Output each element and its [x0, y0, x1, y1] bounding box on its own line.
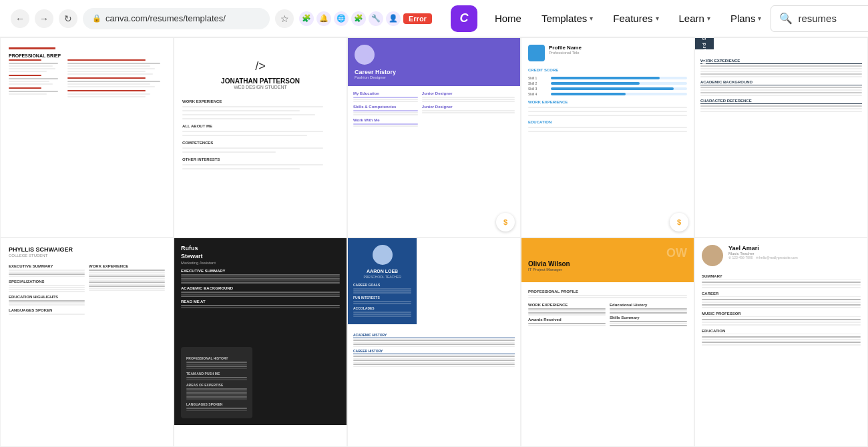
- logo-text: C: [459, 11, 468, 25]
- template-card[interactable]: /> JONATHAN PATTERSON WEB DESIGN STUDENT…: [174, 37, 347, 238]
- template-card[interactable]: Yael Amari Music Teacher ✆ 123-456-7890 …: [694, 238, 868, 448]
- forward-button[interactable]: →: [35, 9, 53, 28]
- search-icon: 🔍: [779, 12, 793, 25]
- extension-icons: 🧩 🔔 🌐 🧩 🔧 👤 Error: [299, 11, 432, 26]
- template-card[interactable]: Rufus Stewart Marketing Assistant EXECUT…: [174, 238, 347, 448]
- template-grid: PROFESSIONAL BRIEF: [0, 37, 868, 447]
- ext-icon-3: 🌐: [334, 11, 349, 26]
- home-label: Home: [495, 13, 521, 24]
- ext-icon-6: 👤: [386, 11, 401, 26]
- browser-controls: ← → ↻ 🔒 canva.com/resumes/templates/ ☆: [11, 8, 294, 29]
- template-card[interactable]: PROFESSIONAL BRIEF: [0, 37, 174, 238]
- ext-icon-1: 🧩: [299, 11, 314, 26]
- template-card[interactable]: AARON LOEB PRESCHOOL TEACHER CAREER GOAL…: [347, 238, 521, 448]
- features-chevron-icon: ▾: [656, 15, 659, 22]
- search-bar[interactable]: 🔍 ✕: [771, 5, 868, 32]
- navigation: ← → ↻ 🔒 canva.com/resumes/templates/ ☆ 🧩…: [0, 0, 868, 37]
- template-card[interactable]: Career History Fashion Designer My Educa…: [347, 37, 521, 238]
- ext-icon-5: 🔧: [369, 11, 383, 26]
- template-card[interactable]: Richard Sánchez WORK EXPERIENCE ACADEMIC…: [694, 37, 868, 238]
- learn-label: Learn: [679, 13, 704, 24]
- nav-learn[interactable]: Learn ▾: [670, 9, 720, 28]
- nav-templates[interactable]: Templates ▾: [532, 9, 602, 28]
- error-badge: Error: [403, 13, 432, 24]
- ext-icon-4: 🧩: [351, 11, 366, 26]
- plans-label: Plans: [730, 13, 756, 24]
- template-card[interactable]: PHYLLIS SCHWAIGER COLLEGE STUDENT EXECUT…: [0, 238, 174, 448]
- template-card[interactable]: OW Olivia Wilson IT Project Manager PROF…: [521, 238, 694, 448]
- plans-chevron-icon: ▾: [758, 15, 761, 22]
- refresh-button[interactable]: ↻: [59, 9, 77, 28]
- template-card[interactable]: Profile Name Professional Title CREDIT S…: [521, 37, 694, 238]
- address-bar[interactable]: 🔒 canva.com/resumes/templates/: [83, 8, 270, 29]
- canva-logo[interactable]: C: [451, 5, 477, 32]
- ext-icon-2: 🔔: [316, 11, 331, 26]
- features-label: Features: [613, 13, 652, 24]
- nav-features[interactable]: Features ▾: [604, 9, 668, 28]
- bookmark-button[interactable]: ☆: [275, 9, 294, 28]
- back-button[interactable]: ←: [11, 9, 29, 28]
- search-input[interactable]: [798, 13, 868, 24]
- learn-chevron-icon: ▾: [707, 15, 710, 22]
- templates-chevron-icon: ▾: [590, 15, 593, 22]
- nav-links: Home Templates ▾ Features ▾ Learn ▾ Plan…: [485, 9, 771, 28]
- url-text: canva.com/resumes/templates/: [105, 13, 226, 23]
- templates-label: Templates: [541, 13, 587, 24]
- nav-plans[interactable]: Plans ▾: [721, 9, 771, 28]
- nav-home[interactable]: Home: [485, 9, 531, 28]
- lock-icon: 🔒: [92, 14, 101, 23]
